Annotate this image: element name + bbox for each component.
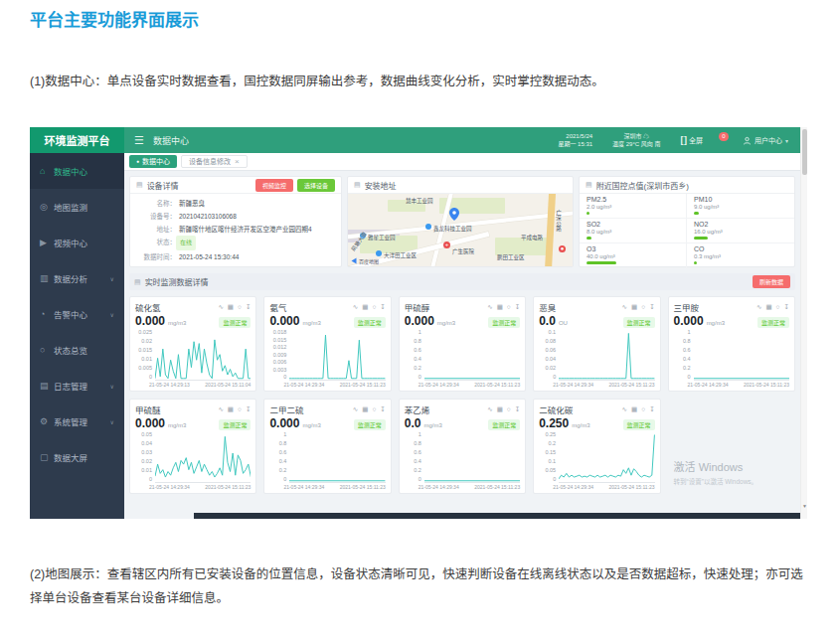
refresh-icon[interactable]: ○ xyxy=(641,303,645,311)
menu-toggle-icon[interactable]: ☰ xyxy=(134,134,144,147)
sensor-value: 0.000 xyxy=(135,416,165,430)
active-dot-icon: ● xyxy=(136,155,139,168)
panel-title: 安装地址 xyxy=(365,180,397,191)
refresh-icon[interactable]: ○ xyxy=(238,303,242,311)
screen-icon: ▢ xyxy=(40,452,54,462)
notification-badge[interactable]: 0 xyxy=(719,132,729,141)
sidebar-label: 数据分析 xyxy=(54,272,87,284)
city-text: 深圳市 xyxy=(623,133,641,139)
bar-chart-icon[interactable]: ▦ xyxy=(362,303,368,311)
download-icon[interactable]: ↧ xyxy=(246,303,251,311)
sparkline-chart xyxy=(424,432,520,483)
sensor-cards-row-2: 甲硫醚∿▦○↧0.000mg/m3监测正常0.050.040.030.020.0… xyxy=(129,399,795,494)
user-menu[interactable]: 用户中心 ▾ xyxy=(743,135,788,145)
bar-chart-icon[interactable]: ▦ xyxy=(631,405,637,413)
download-icon[interactable]: ↧ xyxy=(515,405,520,413)
sensor-value: 0.250 xyxy=(539,416,569,430)
line-chart-icon[interactable]: ∿ xyxy=(218,303,223,311)
refresh-icon[interactable]: ○ xyxy=(776,303,780,311)
bar-chart-icon[interactable]: ▦ xyxy=(631,303,637,311)
refresh-icon[interactable]: ○ xyxy=(238,405,242,413)
line-chart-icon[interactable]: ∿ xyxy=(622,303,627,311)
sidebar-label: 告警中心 xyxy=(54,308,87,320)
date-text: 2021/5/24 xyxy=(558,132,592,140)
sidebar-item-data-analysis[interactable]: ▥数据分析∨ xyxy=(30,260,124,296)
tab-label: 数据中心 xyxy=(142,155,170,168)
sidebar-label: 视频中心 xyxy=(54,237,87,248)
baidu-map[interactable]: 慧丰工业园 鑫龙科技工业园 雅星工业园 大洋田工业区 + 广生医院 鹏田工业区 … xyxy=(348,194,573,266)
bar-chart-icon[interactable]: ▦ xyxy=(497,405,503,413)
refresh-icon[interactable]: ○ xyxy=(641,405,645,413)
field-name: 名称：新疆恶臭 xyxy=(132,197,335,210)
sensor-card-odor: 恶臭∿▦○↧0.0OU监测正常0.10.080.060.040.02021-05… xyxy=(533,296,660,392)
download-icon[interactable]: ↧ xyxy=(649,405,654,413)
app-logo: 环境监测平台 xyxy=(30,127,124,153)
scrollbar[interactable]: ▼ xyxy=(800,127,807,519)
sidebar-label: 数据大屏 xyxy=(54,451,87,463)
bar-chart-icon[interactable]: ▦ xyxy=(765,303,771,311)
refresh-icon[interactable]: ○ xyxy=(507,405,511,413)
download-icon[interactable]: ↧ xyxy=(246,405,251,413)
scrollbar-arrow-icon[interactable]: ▼ xyxy=(801,503,807,509)
sidebar-item-data-screen[interactable]: ▢数据大屏 xyxy=(30,439,124,475)
line-chart-icon[interactable]: ∿ xyxy=(353,405,358,413)
refresh-icon[interactable]: ○ xyxy=(372,405,376,413)
line-chart-icon[interactable]: ∿ xyxy=(487,405,492,413)
sidebar-item-status-overview[interactable]: ○状态总览 xyxy=(30,332,124,368)
sensor-card-dmds: 二甲二硫∿▦○↧0.000mg/m3监测正常10.80.60.40.2021-0… xyxy=(263,399,391,494)
fullscreen-button[interactable]: [ ] 全屏 xyxy=(680,135,703,145)
map-label: 鹏田工业区 xyxy=(497,253,525,261)
sensor-card-ch4s: 甲硫醇∿▦○↧0.000mg/m3监测正常10.80.60.40.2021-05… xyxy=(399,296,526,392)
line-chart-icon[interactable]: ∿ xyxy=(487,303,492,311)
sidebar-item-video-center[interactable]: ▶视频中心 xyxy=(30,225,124,260)
sidebar-item-alarm-center[interactable]: ◔告警中心∨ xyxy=(30,296,124,332)
sensor-unit: mg/m3 xyxy=(168,320,186,326)
download-icon[interactable]: ↧ xyxy=(784,303,789,311)
sidebar-item-data-center[interactable]: ⌂数据中心 xyxy=(30,153,124,189)
panel-title: 设备详情 xyxy=(147,180,179,191)
refresh-data-button[interactable]: 刷新数据 xyxy=(753,275,790,288)
baidu-triangle-icon xyxy=(352,258,357,264)
sensor-name: 三甲胺 xyxy=(674,301,700,313)
line-chart-icon[interactable]: ∿ xyxy=(756,303,761,311)
video-monitor-button[interactable]: 视频监控 xyxy=(255,179,293,192)
map-poi-red-icon: ● xyxy=(559,245,566,252)
refresh-icon[interactable]: ○ xyxy=(372,303,376,311)
sidebar-item-log-management[interactable]: ▤日志管理∨ xyxy=(30,368,124,403)
level-bar xyxy=(587,261,616,264)
monitor-normal-badge: 监测正常 xyxy=(623,317,655,328)
sparkline-chart xyxy=(289,330,385,381)
sidebar-item-map-monitor[interactable]: ◎地图监测 xyxy=(30,189,124,225)
line-chart-icon[interactable]: ∿ xyxy=(218,405,223,413)
sensor-card-dms: 甲硫醚∿▦○↧0.000mg/m3监测正常0.050.040.030.020.0… xyxy=(129,399,256,494)
tab-data-center[interactable]: ●数据中心 xyxy=(129,155,177,168)
bar-chart-icon[interactable]: ▦ xyxy=(497,303,503,311)
y-axis-labels: 0.10.080.060.040.020 xyxy=(539,330,559,381)
tab-device-info-edit[interactable]: 设备信息修改× xyxy=(181,155,248,168)
gk-item-o3: O340.0 ug/m³ xyxy=(580,243,687,268)
scrollbar-thumb[interactable] xyxy=(802,129,807,175)
gk-item-so2: SO28.0 ug/m³ xyxy=(580,219,687,243)
sparkline-chart xyxy=(559,330,654,381)
main-content: ▤ 设备详情 视频监控 选择设备 名称：新疆恶臭 设备号：20210421031… xyxy=(124,171,800,519)
bar-chart-icon[interactable]: ▦ xyxy=(228,303,234,311)
bar-chart-icon[interactable]: ▦ xyxy=(362,405,368,413)
user-icon xyxy=(743,136,752,145)
sidebar-label: 地图监测 xyxy=(54,201,87,213)
sidebar-item-system-management[interactable]: ⚙系统管理∨ xyxy=(30,403,124,439)
bar-chart-icon[interactable]: ▦ xyxy=(228,405,234,413)
level-bar xyxy=(694,212,699,215)
select-device-button[interactable]: 选择设备 xyxy=(297,179,335,192)
refresh-icon[interactable]: ○ xyxy=(507,303,511,311)
download-icon[interactable]: ↧ xyxy=(649,303,654,311)
download-icon[interactable]: ↧ xyxy=(380,405,385,413)
line-chart-icon[interactable]: ∿ xyxy=(622,405,627,413)
close-icon[interactable]: × xyxy=(235,155,240,168)
x-axis-end: 2021-05-24 15:11:23 xyxy=(744,382,789,388)
sensor-name: 二硫化碳 xyxy=(539,403,573,415)
field-data-time: 数据时间：2021-05-24 15:30:44 xyxy=(132,250,335,263)
sensor-cards-row-1: 硫化氢∿▦○↧0.000mg/m3监测正常0.0250.020.0150.010… xyxy=(129,296,795,392)
download-icon[interactable]: ↧ xyxy=(515,303,520,311)
line-chart-icon[interactable]: ∿ xyxy=(353,303,358,311)
download-icon[interactable]: ↧ xyxy=(380,303,385,311)
